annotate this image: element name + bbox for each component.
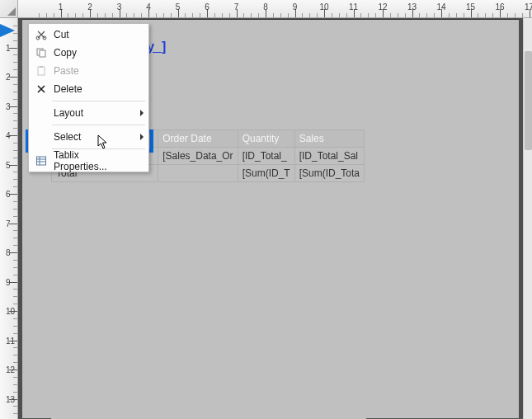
menu-paste: Paste [29,62,148,80]
context-menu: Cut Copy Paste Delete Layout Select Tabl… [28,23,149,172]
cell-r2c3[interactable]: [Sum(ID_T [238,165,294,182]
menu-tablix-properties-label: Tablix Properties... [50,149,132,172]
cell-r1c4[interactable]: [ID_Total_Sal [294,148,364,165]
svg-rect-6 [37,157,46,165]
menu-tablix-properties[interactable]: Tablix Properties... [29,152,148,170]
cell-r1c2[interactable]: [Sales_Data_Or [158,148,238,165]
menu-separator [52,125,145,125]
menu-cut[interactable]: Cut [29,26,148,44]
menu-copy-label: Copy [50,47,132,59]
blank-icon [32,106,50,120]
menu-delete-label: Delete [50,83,132,95]
cell-r2c4[interactable]: [Sum(ID_Tota [294,165,364,182]
menu-copy[interactable]: Copy [29,44,148,62]
cell-r1c3[interactable]: [ID_Total_ [238,148,294,165]
header-quantity[interactable]: Quantity [238,130,294,148]
vertical-scrollbar[interactable] [523,18,532,419]
horizontal-ruler[interactable]: 1234567891011121314151617 [18,0,532,18]
cut-icon [32,28,50,41]
menu-cut-label: Cut [50,29,132,40]
chevron-right-icon [140,134,144,140]
menu-select[interactable]: Select [29,128,148,146]
properties-icon [32,154,50,167]
scrollbar-thumb[interactable] [525,51,532,150]
menu-layout[interactable]: Layout [29,104,148,122]
menu-select-label: Select [50,131,132,143]
chevron-right-icon [140,110,144,116]
menu-paste-label: Paste [50,65,132,77]
menu-layout-label: Layout [50,107,132,119]
paste-icon [32,64,50,78]
cell-r2c2[interactable] [158,165,238,182]
header-order-date[interactable]: Order Date [158,130,238,148]
ruler-corner[interactable] [0,0,18,18]
copy-icon [32,46,50,59]
blank-icon [32,130,50,144]
arrow-indicator-icon [0,24,15,37]
vertical-ruler[interactable]: 1234567891011121314 [0,18,18,419]
svg-rect-3 [40,50,45,57]
select-all-triangle [7,7,16,16]
header-sales[interactable]: Sales [294,130,364,148]
menu-separator [52,101,145,101]
svg-rect-4 [38,67,45,75]
svg-rect-5 [40,66,43,68]
menu-delete[interactable]: Delete [29,80,148,98]
delete-icon [32,82,50,96]
